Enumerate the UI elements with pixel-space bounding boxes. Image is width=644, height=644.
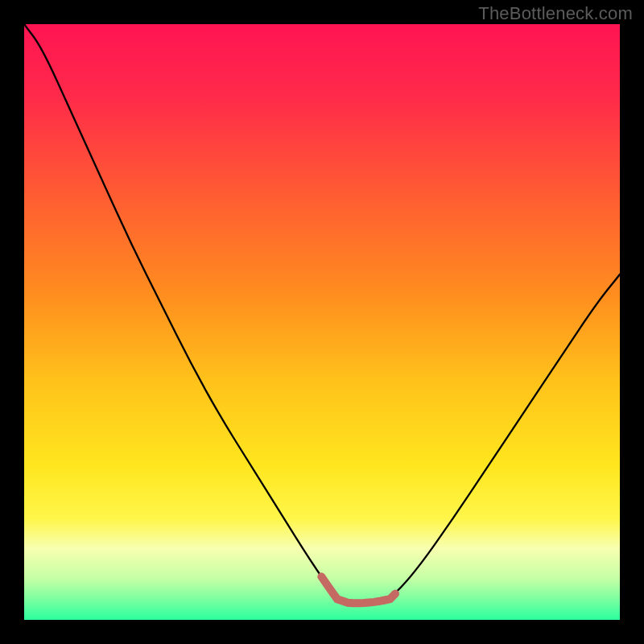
chart-svg [24,24,620,620]
background-gradient [24,24,620,620]
watermark-text: TheBottleneck.com [478,3,633,24]
plot-area [24,24,620,620]
chart-frame: TheBottleneck.com [0,0,644,644]
